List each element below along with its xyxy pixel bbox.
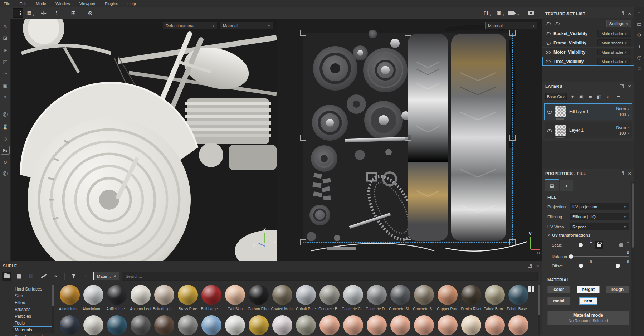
material-sphere-preview[interactable] — [107, 285, 127, 305]
material-sphere-preview[interactable] — [390, 315, 410, 335]
material-tile[interactable]: Fabric Bam... — [483, 285, 507, 311]
material-tile[interactable]: Bull Large ... — [200, 285, 223, 311]
history-icon[interactable]: ◷ — [637, 54, 641, 60]
material-sphere-preview[interactable] — [461, 315, 481, 335]
display-settings-icon[interactable]: ▤ — [637, 21, 641, 27]
material-sphere-preview[interactable] — [461, 285, 481, 305]
material-sphere-preview[interactable] — [249, 315, 269, 335]
menu-help[interactable]: Help — [127, 1, 136, 6]
material-tile[interactable]: Carbon Fiber — [247, 285, 270, 311]
popout-icon[interactable] — [620, 84, 624, 88]
rectangle-select-tool-button[interactable] — [13, 8, 23, 18]
smudge-tool[interactable]: ✑ — [1, 69, 10, 78]
category-smart-materials[interactable]: Smart materials — [13, 333, 54, 336]
add-effect-icon[interactable]: ◐ — [605, 94, 611, 99]
material-sphere-preview[interactable] — [225, 315, 245, 335]
material-tile[interactable]: Human Ha... — [507, 315, 530, 336]
selection-handle-bottom-center[interactable] — [405, 239, 411, 245]
material-sphere-preview[interactable] — [296, 285, 316, 305]
material-sphere-preview[interactable] — [154, 315, 174, 335]
filtering-select[interactable]: Bilinear | HQ ∨ — [570, 213, 629, 220]
material-tile[interactable]: Human Che... — [389, 315, 412, 336]
material-tile[interactable]: Human Bu... — [365, 315, 389, 336]
material-sphere-preview[interactable] — [438, 315, 458, 335]
material-tile[interactable]: Fabric Raw... — [129, 315, 152, 336]
material-tile[interactable]: Gold Pure — [247, 315, 270, 336]
material-sphere-preview[interactable] — [508, 315, 528, 335]
popout-icon[interactable] — [620, 172, 624, 175]
category-filters[interactable]: Filters — [13, 299, 54, 306]
texture-set-settings-button[interactable]: Settings ∨ — [606, 20, 631, 27]
shader-selector-button[interactable]: Main shader ∨ — [597, 58, 631, 65]
material-tile[interactable]: Human Ear... — [412, 315, 436, 336]
opacity-value[interactable]: 100 — [619, 112, 626, 117]
texture-set-row[interactable]: Frame_Visibility Main shader ∨ — [542, 38, 634, 48]
add-fill-layer-icon[interactable]: ◧ — [596, 94, 602, 99]
remove-filter-icon[interactable]: × — [113, 274, 116, 278]
material-sphere-preview[interactable] — [508, 285, 528, 305]
material-tile[interactable]: Fabric Deni... — [58, 315, 82, 336]
material-tile[interactable]: Fabric Velv... — [82, 315, 105, 336]
viewport-3d[interactable]: Default camera ∨ Material ∨ Y X Z — [11, 19, 277, 261]
toggle-all-visibility-icon[interactable] — [545, 21, 551, 26]
material-sphere-preview[interactable] — [60, 285, 80, 305]
material-sphere-preview[interactable] — [83, 285, 103, 305]
menu-edit[interactable]: Edit — [20, 1, 27, 6]
shader-settings-icon[interactable]: ◑ — [638, 43, 640, 49]
material-tile[interactable]: Footprints — [223, 315, 247, 336]
grid-view-icon[interactable] — [528, 286, 534, 292]
rotation-slider[interactable]: 0 — [570, 256, 629, 257]
material-sphere-preview[interactable] — [131, 285, 151, 305]
material-sphere-preview[interactable] — [83, 315, 103, 335]
close-icon[interactable]: × — [628, 12, 631, 15]
projection-select[interactable]: UV projection ∨ — [570, 203, 629, 210]
material-sphere-preview[interactable] — [154, 285, 174, 305]
material-sphere-preview[interactable] — [367, 315, 387, 335]
symmetry-x-button[interactable]: ▸|◂ — [38, 8, 49, 18]
material-tile[interactable]: Human Fac... — [459, 315, 483, 336]
material-picker-tool[interactable]: ⌖ — [1, 93, 10, 101]
substance-plugin-button[interactable]: Ⓢ — [1, 170, 10, 178]
asset-library-button[interactable]: ◇ — [1, 134, 10, 143]
shelf-import-button[interactable]: ⇥ — [51, 272, 60, 281]
visibility-eye-icon[interactable] — [545, 40, 551, 45]
material-sphere-preview[interactable] — [201, 285, 221, 305]
material-tile[interactable]: Human Eye... — [436, 315, 459, 336]
projection-tool[interactable]: ◈ — [1, 45, 10, 54]
menu-plugins[interactable]: Plugins — [105, 1, 118, 6]
material-tile[interactable]: Gouache Pa... — [270, 315, 294, 336]
material-tile[interactable]: Human Bell... — [341, 315, 365, 336]
screenshot-button[interactable] — [525, 8, 536, 18]
shelf-refresh-button[interactable]: ○ — [81, 272, 91, 281]
blend-mode-value[interactable]: Norm — [616, 125, 626, 130]
visibility-eye-icon[interactable] — [545, 49, 551, 55]
visibility-eye-icon[interactable] — [545, 31, 551, 36]
tab-material-preview[interactable]: ◑ — [560, 180, 573, 191]
tab-properties[interactable]: ▤ — [545, 180, 559, 191]
3d-view-button[interactable]: ▣ ∨ — [495, 8, 506, 18]
material-sphere-preview[interactable] — [131, 315, 151, 335]
axis-gizmo-3d[interactable]: Y X Z — [254, 229, 275, 251]
layer-row-selected[interactable]: Fill layer 1 Norm∨ 100∨ — [545, 104, 632, 120]
close-icon[interactable]: × — [628, 84, 631, 88]
solo-visibility-icon[interactable] — [554, 21, 560, 26]
selection-handle-top-right[interactable] — [509, 30, 516, 36]
offset-y-slider[interactable]: 0 — [606, 266, 629, 266]
material-tile[interactable]: Denim Rivet — [459, 285, 483, 311]
tile-pattern-tool-button[interactable]: ▦ ∨ — [25, 8, 36, 18]
uv-wrap-select[interactable]: Repeat ∨ — [570, 223, 629, 230]
texture-set-row-selected[interactable]: Tires_Visibility Main shader ∨ — [542, 57, 634, 66]
disable-symmetry-button[interactable]: ⊗ — [85, 8, 96, 18]
shader-selector-button[interactable]: Main shader ∨ — [597, 30, 631, 37]
selection-handle-bottom-right[interactable] — [509, 239, 516, 245]
material-sphere-preview[interactable] — [296, 315, 316, 335]
delete-layer-icon[interactable] — [623, 94, 629, 99]
material-sphere-preview[interactable] — [272, 285, 292, 305]
material-sphere-preview[interactable] — [107, 315, 127, 335]
eraser-tool[interactable]: ◪ — [1, 34, 10, 42]
material-grid-scrollbar[interactable] — [538, 285, 540, 335]
material-tile[interactable]: Human Bas... — [318, 315, 341, 336]
material-sphere-preview[interactable] — [343, 315, 363, 335]
material-sphere-preview[interactable] — [485, 285, 505, 305]
shading-mode-selector-2d[interactable]: Material ∨ — [485, 22, 537, 29]
